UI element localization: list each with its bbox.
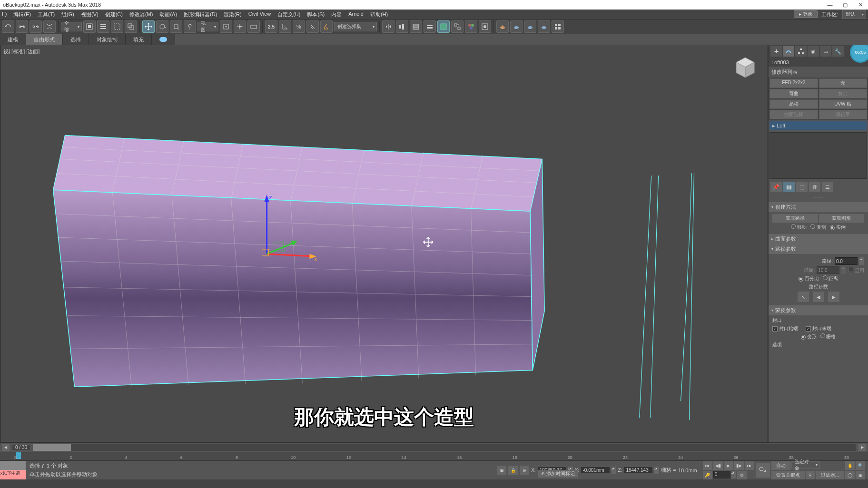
toggle-ribbon-icon[interactable] [424,20,436,33]
quick-modifier-button[interactable]: 曲面选择 [769,110,818,119]
menu-item[interactable]: 动画(A) [159,11,177,18]
align-icon[interactable] [396,20,408,33]
path-spinner[interactable] [835,257,858,265]
max-viewport-icon[interactable]: ▣ [856,471,865,479]
pan-view-icon[interactable]: ✋ [845,461,855,470]
rollout-surface-params[interactable]: 曲面参数 [769,234,868,244]
time-ruler[interactable]: 024681012141618202224262830 [0,452,868,460]
orbit-icon[interactable]: ◯ [845,471,855,479]
bind-icon[interactable] [43,20,56,33]
menu-item[interactable]: 组(G) [61,11,74,18]
workspace-dropdown[interactable]: 默认 [842,10,866,19]
edit-selection-icon[interactable] [320,20,333,33]
ribbon-tab[interactable]: 建模 [0,34,26,45]
menu-item[interactable]: 工具(T) [38,11,55,18]
goto-start-icon[interactable]: ⏮ [703,461,712,470]
distance-radio[interactable]: 距离 [823,275,838,282]
create-tab-icon[interactable]: ✚ [770,46,782,57]
named-selection-dropdown[interactable]: 创建选择集 [334,22,377,31]
get-shape-button[interactable]: 获取图形 [819,214,865,223]
menu-item[interactable]: 视图(V) [81,11,99,18]
quick-modifier-button[interactable]: 挤出 [819,89,868,98]
teapot3-icon[interactable] [524,20,536,33]
next-frame-icon[interactable]: ▮▶ [734,461,744,470]
move-radio[interactable]: 移动 [791,224,807,231]
lock-icon[interactable]: 🔒 [508,466,518,475]
percent-snap-icon[interactable]: % [293,20,305,33]
next-shape-icon[interactable]: ▶ [828,292,839,302]
teapot1-icon[interactable] [496,20,509,33]
snap-25-icon[interactable]: 2.5 [265,20,277,33]
menu-item[interactable]: 创建(C) [105,11,123,18]
menu-item[interactable]: 帮助(H) [370,11,388,18]
rotate-icon[interactable] [156,20,168,33]
modifier-list-label[interactable]: 修改器列表 [769,67,868,78]
quick-modifier-button[interactable]: FFD 2x2x2 [769,78,818,88]
keyboard-icon[interactable] [247,20,260,33]
z-coord[interactable]: 18447.143 [624,467,652,473]
copy-radio[interactable]: 复制 [810,224,826,231]
angle-snap-icon[interactable] [279,20,291,33]
rollout-skin-params[interactable]: 蒙皮参数 [769,305,868,315]
ribbon-toggle[interactable] [152,34,175,45]
script-listener[interactable]: x以下中调 [0,461,26,479]
menu-item[interactable]: 渲染(R) [224,11,241,18]
snap-spinner[interactable] [817,266,839,274]
timeline-left-arrow[interactable]: ◀ [2,444,10,451]
motion-tab-icon[interactable]: ◉ [808,46,819,57]
key-filter-button[interactable]: 过滤器... [816,471,844,479]
schematic-icon[interactable] [451,20,464,33]
make-unique-icon[interactable]: ⬚ [796,182,808,192]
pin-stack-icon[interactable]: 📌 [770,182,782,192]
path-spinner-buttons[interactable]: ▴▾ [859,257,864,265]
play-icon[interactable]: ▶ [724,461,733,470]
ribbon-tab[interactable]: 选择 [63,34,89,45]
rect-select-icon[interactable] [111,20,123,33]
modifier-stack-area[interactable] [769,132,867,179]
prev-shape-icon[interactable]: ◀ [813,292,824,302]
viewport[interactable]: 视] [标准] [边面] [0,45,768,442]
move-icon[interactable] [142,20,155,33]
set-key-button[interactable]: 设置关键点 [771,471,805,479]
modify-tab-icon[interactable] [783,46,794,57]
grid-radio[interactable]: 栅格 [820,333,836,340]
link-icon[interactable] [16,20,28,33]
manipulate-icon[interactable] [234,20,246,33]
modifier-stack-item[interactable]: ▸ Loft [769,121,867,130]
menu-item[interactable]: Arnold [348,11,364,18]
cap-end-checkbox[interactable]: 封口末端 [806,325,831,332]
large-key-icon[interactable] [756,463,770,478]
key-mode-icon[interactable]: 🔑 [703,471,712,479]
key-target-dropdown[interactable]: 选定对象 [791,461,820,469]
selection-filter-dropdown[interactable]: 全部 [61,22,82,31]
view-cube[interactable] [731,54,759,81]
time-marker[interactable] [16,452,21,459]
menu-item[interactable]: F) [2,11,7,18]
render-setup-icon[interactable] [479,20,491,33]
quick-modifier-button[interactable]: 涡轮平 [819,110,868,119]
menu-item[interactable]: 修改器(M) [129,11,153,18]
viewport-grid-icon[interactable] [552,20,564,33]
menu-item[interactable]: 编辑(E) [13,11,31,18]
ribbon-tab[interactable]: 填充 [126,34,152,45]
window-crossing-icon[interactable] [125,20,137,33]
minimize-icon[interactable]: — [825,1,835,8]
snap-spinner-buttons[interactable]: ▴▾ [841,266,846,274]
show-end-result-icon[interactable]: ▮▮ [783,182,795,192]
auto-key-button[interactable]: 自动 [771,461,790,470]
time-config-icon[interactable]: ⚙ [737,471,747,479]
login-button[interactable]: ▸ 登录 [794,10,818,18]
goto-end-icon[interactable]: ⏭ [745,461,754,470]
zoom-icon[interactable]: 🔍 [856,461,865,470]
get-path-button[interactable]: 获取路径 [772,214,818,223]
cap-start-checkbox[interactable]: 封口始端 [772,325,798,332]
quick-modifier-button[interactable]: 壳 [819,78,868,88]
add-time-marker[interactable]: ⊕ 添加时间标记 [538,470,578,478]
pick-shape-icon[interactable]: ↖ [798,292,809,302]
select-by-name-icon[interactable] [97,20,109,33]
coord-display-icon[interactable]: ⊕ [520,466,529,475]
menu-item[interactable]: 图形编辑器(D) [184,11,217,18]
close-icon[interactable]: ✕ [856,1,865,8]
quick-modifier-button[interactable]: UVW 贴 [819,99,868,109]
utilities-tab-icon[interactable]: 🔧 [832,46,844,57]
